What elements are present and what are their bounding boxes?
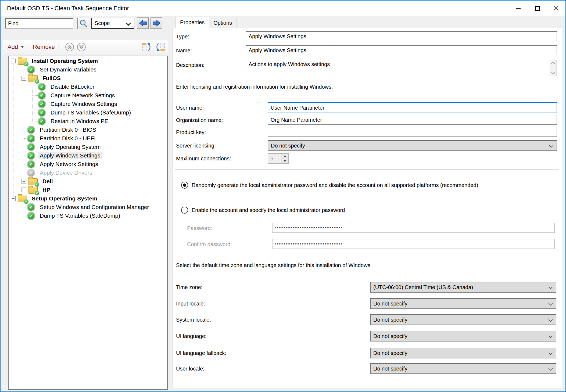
tree-item-label: Capture Windows Settings	[49, 100, 119, 108]
search-button[interactable]	[77, 18, 89, 29]
organization-name-value: Org Name Parameter	[271, 117, 322, 123]
random-password-option[interactable]: Randomly generate the local administrato…	[181, 182, 478, 189]
name-field[interactable]: Apply Windows Settings	[246, 45, 557, 55]
scroll-down-icon[interactable]	[551, 70, 555, 74]
tree-item[interactable]: Setup Operating System	[9, 194, 167, 203]
step-check-icon	[38, 83, 46, 91]
type-field[interactable]: Apply Windows Settings	[246, 31, 557, 41]
expand-all-button[interactable]	[77, 42, 86, 52]
description-scrollbar[interactable]	[550, 60, 557, 76]
step-check-icon	[38, 117, 46, 125]
tree-item[interactable]: Set Dynamic Variables	[9, 65, 167, 74]
spin-up-button[interactable]	[281, 154, 288, 159]
chevron-down-icon	[549, 301, 553, 306]
tree-item[interactable]: Partition Disk 0 - BIOS	[9, 125, 167, 134]
tree-item-label: Set Dynamic Variables	[38, 66, 98, 73]
user-name-field[interactable]: User Name Parameter	[268, 102, 557, 113]
ui-language-value: Do not specify	[373, 333, 407, 339]
expand-expander-icon[interactable]	[22, 179, 26, 184]
move-step-up-button[interactable]	[142, 42, 152, 52]
system-locale-dropdown[interactable]: Do not specify	[370, 314, 556, 325]
close-button[interactable]	[547, 1, 565, 16]
tree-item[interactable]: Capture Windows Settings	[9, 100, 167, 108]
tree-item[interactable]: Dump TS Variables (SafeDump)	[9, 108, 167, 117]
find-next-button[interactable]	[151, 17, 162, 29]
minimize-button[interactable]	[509, 1, 528, 16]
chevron-down-icon	[549, 143, 554, 148]
window-title: Default OSD TS - Clean Task Sequence Edi…	[7, 5, 129, 12]
server-licensing-label: Server licensing:	[176, 140, 216, 151]
description-value: Actions to apply Windows settings	[249, 61, 330, 67]
collapse-expander-icon[interactable]	[22, 76, 26, 81]
toolbar-separator	[28, 43, 28, 51]
tree-item[interactable]: Install Operating System	[9, 57, 167, 65]
confirm-password-field[interactable]: ••••••••••••••••••••••••••••••••••••••	[272, 239, 555, 249]
section-separator	[176, 79, 559, 79]
description-field[interactable]: Actions to apply Windows settings	[246, 60, 557, 76]
tree-item-label: HP	[41, 186, 52, 194]
tree-item[interactable]: Restart in Windows PE	[9, 117, 167, 125]
maximize-icon	[535, 6, 540, 11]
tree-item[interactable]: Apply Network Settings	[9, 160, 167, 168]
step-check-icon	[38, 109, 46, 117]
step-check-icon	[27, 66, 35, 74]
tab-strip: Properties Options	[175, 17, 237, 28]
step-check-icon	[27, 203, 35, 211]
scope-value: Scope	[95, 20, 110, 26]
max-connections-stepper[interactable]: 5	[268, 153, 289, 164]
enable-account-option[interactable]: Enable the account and specify the local…	[181, 207, 345, 214]
tree-item[interactable]: Apply Operating System	[9, 143, 167, 151]
chevron-down-icon	[549, 285, 553, 289]
tree-item[interactable]: Capture Network Settings	[9, 91, 167, 100]
step-check-icon	[27, 160, 35, 168]
description-label: Description:	[176, 60, 205, 70]
radio-unselected-icon[interactable]	[181, 207, 188, 214]
arrow-left-icon	[138, 19, 148, 27]
move-step-down-button[interactable]	[155, 42, 165, 52]
collapse-expander-icon[interactable]	[11, 196, 16, 201]
time-zone-dropdown[interactable]: (UTC-06:00) Central Time (US & Canada)	[370, 282, 556, 293]
tree-item[interactable]: Disable BitLocker	[9, 82, 167, 91]
find-input[interactable]	[5, 18, 73, 28]
tree-item-label: Dell	[41, 178, 55, 185]
tab-properties[interactable]: Properties	[175, 17, 209, 28]
add-button[interactable]: Add	[8, 44, 24, 51]
properties-page: Type: Apply Windows Settings Name: Apply…	[173, 28, 562, 388]
ui-language-dropdown[interactable]: Do not specify	[370, 331, 556, 341]
find-previous-button[interactable]	[137, 17, 149, 29]
tree-item[interactable]: Setup Windows and Configuration Manager	[9, 203, 167, 211]
collapse-expander-icon[interactable]	[11, 59, 16, 63]
collapse-all-button[interactable]	[65, 42, 74, 52]
ui-language-fallback-dropdown[interactable]: Do not specify	[370, 348, 556, 358]
tree-item-disabled[interactable]: Apply Device Drivers	[9, 168, 167, 177]
name-value: Apply Windows Settings	[249, 47, 306, 53]
scroll-up-icon[interactable]	[551, 62, 555, 66]
remove-button[interactable]: Remove	[33, 44, 55, 51]
tree-item[interactable]: FullOS	[9, 74, 167, 82]
scope-dropdown[interactable]: Scope	[91, 18, 134, 29]
step-check-icon	[38, 100, 46, 108]
tab-options[interactable]: Options	[209, 18, 237, 28]
organization-name-field[interactable]: Org Name Parameter	[268, 115, 557, 125]
list-arrow-up-icon	[142, 42, 152, 52]
input-locale-dropdown[interactable]: Do not specify	[370, 298, 556, 309]
tree-item-selected[interactable]: Apply Windows Settings	[9, 151, 167, 160]
tree-item[interactable]: Dell	[9, 177, 167, 186]
tree-item[interactable]: Dump TS Variables (SafeDump)	[9, 211, 167, 220]
server-licensing-dropdown[interactable]: Do not specify	[268, 140, 557, 151]
password-field[interactable]: ••••••••••••••••••••••••••••••••••••••	[272, 223, 555, 233]
tree-item[interactable]: HP	[9, 186, 167, 194]
tree-item-label: Setup Operating System	[30, 195, 99, 202]
tree-item[interactable]: Partition Disk 0 - UEFI	[9, 134, 167, 143]
radio-selected-icon[interactable]	[181, 182, 188, 189]
spin-down-button[interactable]	[281, 159, 288, 163]
title-bar: Default OSD TS - Clean Task Sequence Edi…	[1, 1, 565, 16]
user-name-label: User name:	[176, 102, 204, 113]
maximize-button[interactable]	[528, 1, 547, 16]
tree-item-label: Capture Network Settings	[49, 92, 116, 99]
product-key-field[interactable]	[268, 127, 557, 137]
expand-expander-icon[interactable]	[22, 188, 26, 192]
user-locale-dropdown[interactable]: Do not specify	[370, 363, 556, 374]
task-sequence-tree: Install Operating System Set Dynamic Var…	[8, 56, 168, 390]
tree-item-label: Partition Disk 0 - UEFI	[38, 135, 97, 142]
